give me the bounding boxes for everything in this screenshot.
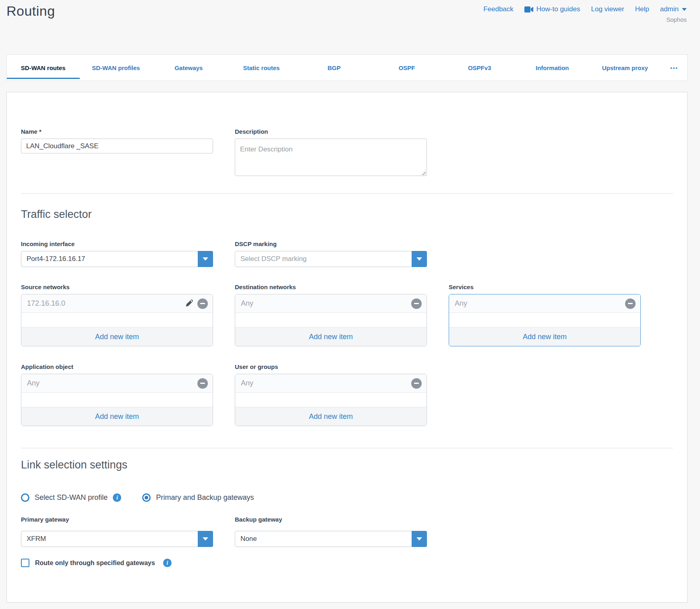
dscp-marking-select[interactable]: Select DSCP marking (235, 251, 427, 267)
tab-bgp[interactable]: BGP (298, 55, 371, 81)
edit-pencil-icon[interactable] (185, 299, 193, 308)
source-networks-group: Source networks 172.16.16.0 Add new item (21, 284, 213, 346)
log-viewer-link[interactable]: Log viewer (591, 5, 624, 13)
application-object-label: Application object (21, 363, 213, 370)
link-selection-heading: Link selection settings (21, 459, 127, 471)
listbox-empty-space (235, 393, 427, 407)
remove-item-icon[interactable] (625, 298, 636, 309)
remove-item-icon[interactable] (411, 298, 422, 309)
dropdown-caret-button[interactable] (412, 531, 427, 547)
remove-item-icon[interactable] (197, 378, 208, 389)
dscp-marking-placeholder: Select DSCP marking (235, 251, 427, 267)
backup-gateway-label-cell: Backup gateway (235, 516, 427, 526)
dropdown-caret-button[interactable] (198, 251, 213, 267)
sdwan-route-form-panel: Name * Description Traffic selector Inco… (6, 92, 688, 603)
tab-upstream-proxy[interactable]: Upstream proxy (589, 55, 662, 81)
description-field-group: Description (235, 128, 427, 178)
radio-label: Primary and Backup gateways (156, 493, 254, 502)
howto-guides-label: How-to guides (536, 5, 580, 13)
info-icon[interactable]: i (113, 493, 121, 502)
add-new-item-button[interactable]: Add new item (235, 327, 427, 346)
list-item: Any (449, 294, 640, 313)
divider (21, 448, 673, 448)
tab-static-routes[interactable]: Static routes (225, 55, 298, 81)
source-networks-listbox: 172.16.16.0 Add new item (21, 294, 213, 346)
route-only-option: Route only through specified gateways i (21, 559, 172, 567)
info-icon[interactable]: i (163, 559, 172, 567)
more-tabs-button[interactable]: ••• (661, 55, 687, 81)
howto-guides-link[interactable]: How-to guides (524, 5, 580, 13)
name-label: Name * (21, 128, 213, 135)
primary-gateway-label: Primary gateway (21, 516, 213, 523)
add-new-item-button[interactable]: Add new item (21, 327, 213, 346)
destination-networks-label: Destination networks (235, 284, 427, 290)
radio-primary-backup-gateways[interactable]: Primary and Backup gateways (142, 493, 254, 502)
add-new-item-button[interactable]: Add new item (449, 327, 640, 346)
destination-networks-group: Destination networks Any Add new item (235, 284, 427, 346)
chevron-down-icon (682, 8, 687, 11)
help-link[interactable]: Help (635, 5, 649, 13)
dropdown-caret-button[interactable] (198, 531, 213, 547)
radio-unselected-icon[interactable] (21, 493, 29, 502)
application-object-listbox: Any Add new item (21, 374, 213, 426)
source-networks-label: Source networks (21, 284, 213, 290)
feedback-link[interactable]: Feedback (483, 5, 514, 13)
listbox-empty-space (21, 393, 213, 407)
user-or-groups-listbox: Any Add new item (235, 374, 427, 426)
caret-down-icon (203, 257, 208, 261)
services-listbox: Any Add new item (449, 294, 641, 346)
remove-item-icon[interactable] (197, 298, 208, 309)
brand-label: Sophos (666, 16, 687, 23)
listbox-empty-space (21, 313, 213, 327)
primary-gateway-value: XFRM (21, 531, 213, 547)
backup-gateway-group: None (235, 531, 427, 547)
admin-menu[interactable]: admin (660, 5, 687, 13)
divider (21, 193, 673, 194)
list-item-value: Any (455, 299, 625, 308)
primary-gateway-select[interactable]: XFRM (21, 531, 213, 547)
link-selection-options: Select SD-WAN profile i Primary and Back… (21, 493, 254, 502)
name-field-group: Name * (21, 128, 213, 153)
services-group: Services Any Add new item (449, 284, 641, 346)
backup-gateway-select[interactable]: None (235, 531, 427, 547)
add-new-item-button[interactable]: Add new item (235, 407, 427, 426)
description-label: Description (235, 128, 427, 135)
application-object-group: Application object Any Add new item (21, 363, 213, 426)
tab-sdwan-profiles[interactable]: SD-WAN profiles (80, 55, 153, 81)
list-item-value: Any (241, 379, 411, 387)
header-nav: Feedback How-to guides Log viewer Help a… (483, 5, 687, 13)
primary-gateway-group: XFRM (21, 531, 213, 547)
tab-bar: SD-WAN routes SD-WAN profiles Gateways S… (6, 54, 688, 81)
caret-down-icon (416, 537, 422, 541)
name-input[interactable] (21, 139, 213, 153)
page-title: Routing (6, 3, 55, 19)
tab-ospfv3[interactable]: OSPFv3 (443, 55, 516, 81)
user-or-groups-label: User or groups (235, 363, 427, 370)
admin-username: admin (660, 5, 679, 13)
user-or-groups-group: User or groups Any Add new item (235, 363, 427, 426)
services-label: Services (449, 284, 641, 290)
radio-selected-icon[interactable] (142, 493, 151, 502)
traffic-selector-heading: Traffic selector (21, 208, 92, 221)
list-item: 172.16.16.0 (21, 294, 213, 313)
tab-ospf[interactable]: OSPF (371, 55, 443, 81)
tab-information[interactable]: Information (516, 55, 589, 81)
destination-networks-listbox: Any Add new item (235, 294, 427, 346)
primary-gateway-label-cell: Primary gateway (21, 516, 213, 526)
tab-sdwan-routes[interactable]: SD-WAN routes (7, 55, 80, 81)
incoming-interface-label: Incoming interface (21, 240, 213, 247)
incoming-interface-select[interactable]: Port4-172.16.16.17 (21, 251, 213, 267)
backup-gateway-label: Backup gateway (235, 516, 427, 523)
tab-gateways[interactable]: Gateways (152, 55, 225, 81)
remove-item-icon[interactable] (411, 378, 422, 389)
radio-select-sdwan-profile[interactable]: Select SD-WAN profile i (21, 493, 121, 502)
route-only-checkbox[interactable] (21, 559, 29, 567)
dscp-marking-label: DSCP marking (235, 240, 427, 247)
list-item-value: Any (27, 379, 197, 387)
caret-down-icon (203, 537, 208, 541)
radio-label: Select SD-WAN profile (35, 493, 108, 502)
description-textarea[interactable] (235, 139, 427, 176)
dropdown-caret-button[interactable] (412, 251, 427, 267)
add-new-item-button[interactable]: Add new item (21, 407, 213, 426)
list-item-value: Any (241, 299, 411, 308)
